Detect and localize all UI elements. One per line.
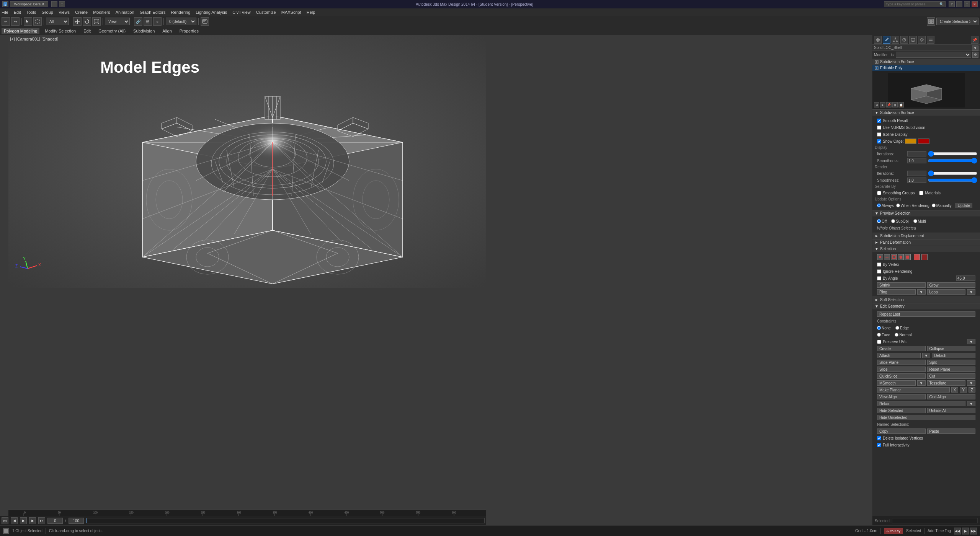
loop-opts-btn[interactable]: ▼ [967,289,975,295]
menu-maxscript[interactable]: MAXScript [281,10,301,15]
select-obj-btn[interactable] [24,17,32,26]
search-input[interactable] [886,2,939,6]
app-icon[interactable]: 3 [2,1,8,7]
x-btn[interactable]: X [951,387,959,393]
tab-subdivision[interactable]: Subdivision [131,28,157,34]
min-btn[interactable]: _ [51,1,57,7]
edge-mode-btn[interactable] [884,254,890,260]
next-frame-btn[interactable]: ▶ [29,517,36,524]
border-mode-btn[interactable] [891,254,897,260]
mod-pin-btn[interactable]: 📌 [886,102,892,108]
render-iter-slider[interactable] [928,171,977,175]
total-frames-input[interactable] [69,518,84,524]
layer-dropdown[interactable]: 0 (default) [166,18,196,25]
face-radio[interactable] [877,333,881,337]
menu-graph-editors[interactable]: Graph Editors [140,10,166,15]
reset-plane-btn[interactable]: Reset Plane [927,367,976,372]
tessellate-opts-btn[interactable]: ▼ [967,380,975,386]
tab-modify-selection[interactable]: Modify Selection [42,28,78,34]
select-by-name-btn[interactable] [201,17,209,26]
render-iter-input[interactable] [907,171,926,176]
auto-key-btn[interactable]: Auto Key [884,528,903,534]
unhide-all-btn[interactable]: Unhide All [927,408,976,413]
scale-btn[interactable] [92,17,101,26]
menu-lighting[interactable]: Lighting Analysis [196,10,227,15]
menu-edit[interactable]: Edit [14,10,21,15]
panel-icon-motion[interactable] [900,36,908,44]
display-iter-input[interactable] [907,151,926,156]
modifier-list-dropdown[interactable] [896,52,971,58]
mod-delete-btn[interactable]: 🗑 [892,102,898,108]
update-btn[interactable]: Update [956,203,972,208]
delete-isolated-cb[interactable] [877,436,881,440]
help-btn[interactable]: ? [949,1,955,7]
smooth-result-cb[interactable] [877,119,881,123]
link-btn[interactable]: 🔗 [134,17,142,26]
menu-help[interactable]: Help [307,10,315,15]
workspace-dropdown[interactable]: Workspace: Default [10,1,48,7]
menu-civil-view[interactable]: Civil View [232,10,250,15]
preview-multi-radio[interactable] [913,219,917,223]
render-smooth-slider[interactable] [928,178,977,182]
hide-unselected-btn[interactable]: Hide Unselected [877,415,975,420]
selection-header[interactable]: ▼ Selection [872,246,980,252]
msmooth-opts-btn[interactable]: ▼ [917,380,926,386]
status-next-key-btn[interactable]: ▶▶ [970,528,977,534]
subdiv-surface-header[interactable]: ▼ Subdivision Surface [872,109,980,116]
view-align-btn[interactable]: View Align [877,394,926,399]
max-window-btn[interactable]: □ [964,1,970,7]
cage-color-swatch2[interactable] [918,138,929,144]
undo-btn[interactable]: ↩ [2,17,10,26]
tab-properties[interactable]: Properties [177,28,201,34]
render-scene-btn[interactable] [927,17,935,26]
create-btn[interactable]: Create [877,346,926,351]
sel-color-swatch2[interactable] [921,254,928,260]
edge-radio[interactable] [895,326,899,330]
status-prev-key-btn[interactable]: ◀◀ [954,528,961,534]
select-region-btn[interactable] [33,17,42,26]
preserve-uvs-opts-btn[interactable]: ▼ [967,339,975,344]
bind-spacewarp-btn[interactable]: ≈ [153,17,162,26]
status-play-btn[interactable]: ▶ [962,528,969,534]
modifier-item-editable-poly[interactable]: Editable Poly [872,65,980,71]
element-mode-btn[interactable] [905,254,911,260]
right-timeline-bar[interactable] [892,518,978,523]
relax-opts-btn[interactable]: ▼ [967,401,975,406]
menu-tools[interactable]: Tools [26,10,36,15]
loop-btn[interactable]: Loop [927,289,966,295]
panel-icon-create[interactable] [874,36,882,44]
vertex-mode-btn[interactable] [877,254,883,260]
msmooth-btn[interactable]: MSmooth [877,380,916,386]
preview-off-radio[interactable] [877,219,881,223]
modifier-item-subdiv[interactable]: Subdivision Surface [872,59,980,65]
ref-coord-dropdown[interactable]: View World Local [105,18,130,25]
isoline-cb[interactable] [877,132,881,137]
paint-deformation-header[interactable]: ► Paint Deformation [872,239,980,246]
unlink-btn[interactable]: ⛓ [144,17,152,26]
timeline-scrubber[interactable] [86,518,485,523]
tessellate-btn[interactable]: Tessellate [927,380,966,386]
min-window-btn[interactable]: _ [956,1,962,7]
ring-opts-btn[interactable]: ▼ [917,289,926,295]
stack-pin-btn[interactable]: ▼ [972,46,978,51]
paste-btn[interactable]: Paste [927,428,976,434]
attach-btn[interactable]: Attach [877,353,921,358]
relax-btn[interactable]: Relax [877,401,965,406]
menu-group[interactable]: Group [41,10,53,15]
detach-btn[interactable]: Detach [932,353,975,358]
close-window-btn[interactable]: ✕ [972,1,978,7]
preview-selection-header[interactable]: ▼ Preview Selection [872,210,980,217]
make-planar-btn[interactable]: Make Planar [877,387,950,393]
repeat-last-btn[interactable]: Repeat Last [877,311,975,317]
attach-opts-btn[interactable]: ▼ [922,353,931,358]
by-angle-input[interactable] [956,275,975,281]
z-btn[interactable]: Z [969,387,975,393]
shrink-btn[interactable]: Shrink [877,282,926,288]
menu-customize[interactable]: Customize [256,10,276,15]
mod-copy-btn[interactable]: 📋 [898,102,904,108]
tab-geometry-all[interactable]: Geometry (All) [96,28,128,34]
tab-edit[interactable]: Edit [81,28,93,34]
current-frame-input[interactable] [47,518,63,524]
display-smooth-slider[interactable] [928,159,977,163]
slice-plane-btn[interactable]: Slice Plane [877,360,926,365]
